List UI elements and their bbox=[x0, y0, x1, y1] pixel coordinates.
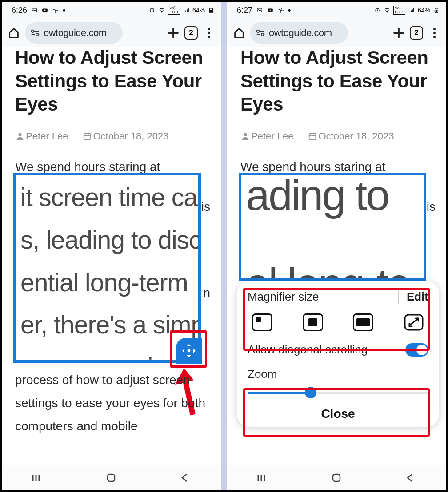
battery-percent: 64% bbox=[192, 7, 205, 14]
svg-rect-11 bbox=[84, 133, 91, 139]
magnifier-settings-panel: Magnifier size Edit Allow diagonal scrol… bbox=[237, 281, 439, 427]
site-settings-icon bbox=[30, 28, 40, 38]
svg-rect-6 bbox=[211, 8, 212, 8]
svg-point-10 bbox=[18, 133, 21, 136]
url-bar[interactable]: owtoguide.com bbox=[250, 22, 348, 44]
android-nav bbox=[2, 465, 221, 490]
back-button[interactable] bbox=[177, 472, 192, 483]
back-button[interactable] bbox=[402, 472, 417, 483]
svg-point-4 bbox=[161, 12, 162, 13]
close-button[interactable]: Close bbox=[248, 407, 428, 421]
menu-icon[interactable] bbox=[428, 26, 441, 40]
divider bbox=[398, 290, 399, 304]
magnifier-size-label: Magnifier size bbox=[248, 290, 319, 304]
browser-toolbar: owtoguide.com 2 bbox=[227, 19, 446, 47]
intro-text: We spend hours staring at bbox=[15, 160, 209, 174]
browser-toolbar: owtoguide.com 2 bbox=[2, 19, 221, 47]
phone-right: 6:27 • Vo)LTE1 64% owtoguide.com 2 How t… bbox=[227, 2, 446, 490]
menu-icon[interactable] bbox=[202, 26, 216, 40]
svg-rect-7 bbox=[210, 10, 212, 12]
android-nav bbox=[227, 465, 446, 490]
url-bar[interactable]: owtoguide.com bbox=[25, 22, 123, 44]
calendar-icon bbox=[82, 131, 92, 141]
size-options bbox=[248, 313, 428, 331]
article-title: How to Adjust Screen Settings to Ease Yo… bbox=[15, 46, 209, 116]
svg-rect-27 bbox=[333, 474, 340, 481]
svg-point-16 bbox=[280, 10, 281, 11]
calendar-icon bbox=[308, 131, 317, 141]
fan-icon bbox=[52, 7, 59, 13]
home-button[interactable] bbox=[329, 472, 344, 483]
date: October 18, 2023 bbox=[93, 131, 168, 142]
tabs-button[interactable]: 2 bbox=[184, 26, 198, 40]
url-text: owtoguide.com bbox=[269, 27, 332, 39]
svg-point-2 bbox=[55, 10, 56, 11]
fan-icon bbox=[277, 7, 284, 13]
article-area: How to Adjust Screen Settings to Ease Yo… bbox=[2, 46, 221, 174]
bg-text-is: is bbox=[201, 200, 210, 214]
article-title: How to Adjust Screen Settings to Ease Yo… bbox=[240, 46, 435, 116]
magnified-text: ading to al long-te bbox=[241, 173, 424, 281]
edit-button[interactable]: Edit bbox=[407, 290, 428, 304]
image-icon bbox=[256, 7, 263, 13]
status-bar: 6:26 • Vo)LTE1 64% bbox=[2, 2, 221, 19]
svg-point-9 bbox=[36, 33, 39, 36]
size-small-button[interactable] bbox=[252, 313, 272, 331]
svg-point-12 bbox=[188, 349, 191, 353]
svg-point-24 bbox=[244, 133, 247, 136]
recents-button[interactable] bbox=[31, 472, 46, 483]
svg-rect-13 bbox=[108, 474, 115, 481]
magnifier-window[interactable]: it screen time ca s, leading to disc ent… bbox=[13, 173, 201, 363]
home-button[interactable] bbox=[104, 472, 119, 483]
zoom-slider[interactable] bbox=[248, 388, 428, 397]
url-text: owtoguide.com bbox=[44, 27, 106, 39]
wifi-icon bbox=[384, 7, 391, 13]
alarm-icon bbox=[148, 7, 156, 13]
svg-rect-21 bbox=[436, 10, 438, 12]
size-large-button[interactable] bbox=[353, 313, 373, 331]
author: Peter Lee bbox=[251, 131, 293, 142]
battery-percent: 64% bbox=[418, 7, 430, 14]
youtube-icon bbox=[267, 7, 274, 13]
svg-point-18 bbox=[387, 12, 388, 13]
article-meta: Peter Lee October 18, 2023 bbox=[240, 131, 435, 142]
intro-text: We spend hours staring at bbox=[240, 160, 435, 174]
person-icon bbox=[240, 131, 250, 141]
status-time: 6:27 bbox=[237, 6, 252, 15]
person-icon bbox=[15, 131, 25, 141]
phone-left: 6:26 • Vo)LTE1 64% owtoguide.com 2 How t… bbox=[2, 2, 221, 490]
image-icon bbox=[31, 7, 38, 13]
screenshot-divider bbox=[221, 2, 227, 490]
home-icon[interactable] bbox=[7, 27, 20, 39]
tabs-button[interactable]: 2 bbox=[410, 26, 423, 40]
article-area: How to Adjust Screen Settings to Ease Yo… bbox=[227, 46, 446, 174]
youtube-icon bbox=[41, 7, 48, 13]
new-tab-icon[interactable] bbox=[392, 26, 405, 40]
status-bar: 6:27 • Vo)LTE1 64% bbox=[227, 2, 446, 19]
svg-point-8 bbox=[32, 30, 34, 33]
diagonal-scrolling-label: Allow diagonal scrolling bbox=[248, 343, 368, 357]
diagonal-scrolling-toggle[interactable] bbox=[405, 343, 428, 357]
tabs-count: 2 bbox=[414, 28, 418, 37]
magnifier-window[interactable]: ading to al long-te bbox=[239, 173, 426, 281]
article-meta: Peter Lee October 18, 2023 bbox=[15, 131, 209, 142]
magnifier-move-handle[interactable] bbox=[176, 338, 202, 364]
zoom-label: Zoom bbox=[248, 367, 428, 381]
svg-rect-20 bbox=[436, 8, 437, 8]
svg-point-23 bbox=[261, 33, 264, 36]
magnified-text: it screen time ca s, leading to disc ent… bbox=[16, 175, 198, 363]
home-icon[interactable] bbox=[232, 27, 246, 39]
date: October 18, 2023 bbox=[318, 131, 394, 142]
new-tab-icon[interactable] bbox=[167, 26, 180, 40]
author: Peter Lee bbox=[26, 131, 68, 142]
signal-icon bbox=[408, 7, 415, 13]
svg-rect-25 bbox=[309, 133, 316, 139]
size-medium-button[interactable] bbox=[303, 313, 323, 331]
alarm-icon bbox=[374, 7, 381, 13]
size-fullscreen-button[interactable] bbox=[404, 313, 424, 331]
after-text: process of how to adjust screen settings… bbox=[15, 369, 209, 437]
bg-text-is: is bbox=[427, 200, 436, 214]
recents-button[interactable] bbox=[256, 472, 271, 483]
wifi-icon bbox=[158, 7, 165, 13]
battery-icon bbox=[433, 7, 440, 13]
